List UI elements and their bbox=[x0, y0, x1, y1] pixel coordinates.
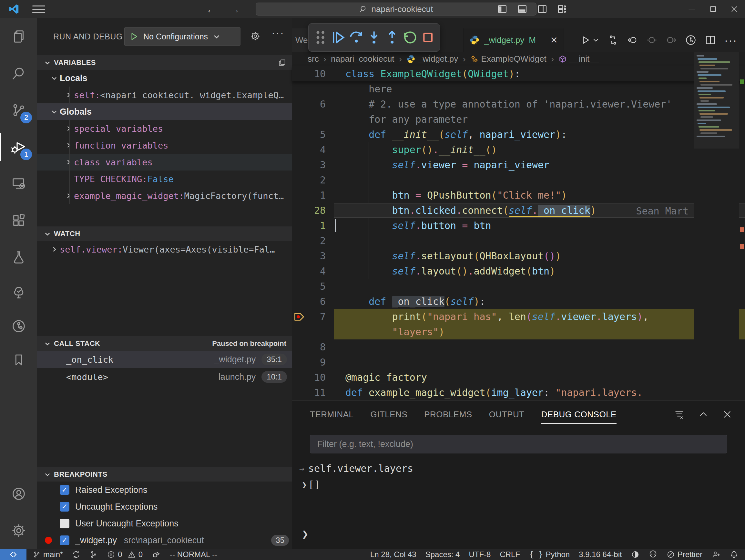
vim-mode[interactable]: -- NORMAL -- bbox=[165, 550, 222, 559]
twistie-icon[interactable] bbox=[49, 75, 60, 82]
code-line[interactable]: here bbox=[292, 82, 745, 97]
settings-gear-icon[interactable] bbox=[0, 512, 37, 549]
tab-welcome-partial[interactable]: We bbox=[292, 28, 308, 52]
prettier-item[interactable]: Prettier bbox=[662, 550, 707, 559]
breadcrumb-item---init--[interactable]: __init__ bbox=[558, 54, 599, 64]
panel-tab-output[interactable]: OUTPUT bbox=[489, 404, 524, 425]
code-line[interactable]: 8 bbox=[292, 339, 745, 354]
toggle-secondary-sidebar-icon[interactable] bbox=[537, 4, 547, 14]
forward-arrow-icon[interactable]: → bbox=[229, 3, 240, 15]
gitlens-graph-icon[interactable] bbox=[685, 34, 697, 46]
maximize-panel-icon[interactable] bbox=[699, 409, 708, 419]
code-line[interactable]: 4 super().__init__() bbox=[292, 142, 745, 157]
breadcrumb-item-napari-cookiecut[interactable]: napari_cookiecut bbox=[331, 54, 394, 64]
previous-diff-icon[interactable] bbox=[646, 35, 657, 45]
branch-item[interactable]: main* bbox=[28, 550, 67, 559]
breakpoint-checkbox[interactable] bbox=[60, 519, 69, 528]
twistie-icon[interactable] bbox=[49, 108, 60, 115]
code-editor[interactable]: here6 # 2. use a type annotation of 'nap… bbox=[292, 82, 745, 401]
twistie-icon[interactable] bbox=[63, 92, 74, 98]
testing-icon[interactable] bbox=[0, 239, 37, 276]
twistie-icon[interactable] bbox=[49, 246, 60, 253]
sync-button[interactable] bbox=[67, 550, 85, 559]
code-line[interactable]: 7 print("napari has", len(self.viewer.la… bbox=[292, 309, 745, 324]
command-center-search[interactable]: napari-cookiecut bbox=[256, 3, 537, 15]
tree-variable-row[interactable]: special variables bbox=[37, 120, 292, 137]
remote-explorer-icon[interactable] bbox=[0, 165, 37, 202]
breakpoint-row[interactable]: ✓Raised Exceptions bbox=[37, 481, 292, 498]
bookmarks-icon[interactable] bbox=[0, 343, 37, 377]
tree-variable-row[interactable]: TYPE_CHECKING: False bbox=[37, 170, 292, 187]
code-line[interactable]: "layers") bbox=[292, 324, 745, 339]
code-line[interactable]: 1 self.button = btn bbox=[292, 218, 745, 233]
close-panel-icon[interactable] bbox=[722, 409, 732, 419]
filter-icon[interactable] bbox=[674, 409, 684, 419]
notifications-item[interactable] bbox=[725, 550, 743, 559]
step-into-icon[interactable] bbox=[366, 27, 382, 48]
tree-variable-row[interactable]: class variables bbox=[37, 154, 292, 170]
code-line[interactable]: 28 btn.clicked.connect(self._on_click)Se… bbox=[292, 203, 745, 218]
back-arrow-icon[interactable]: ← bbox=[206, 3, 217, 15]
breakpoints-header[interactable]: BREAKPOINTS bbox=[37, 467, 292, 481]
console-input-echo[interactable]: → self.viewer.layers bbox=[292, 463, 712, 474]
call-stack-frame[interactable]: _on_click_widget.py35:1 bbox=[37, 351, 292, 368]
more-actions-icon[interactable]: ··· bbox=[724, 34, 737, 46]
code-line[interactable]: 3 self.setLayout(QHBoxLayout()) bbox=[292, 248, 745, 263]
code-line[interactable]: 4 self.layout().addWidget(btn) bbox=[292, 263, 745, 279]
next-diff-icon[interactable] bbox=[666, 35, 677, 45]
source-control-icon[interactable]: 2 bbox=[0, 92, 37, 128]
encoding[interactable]: UTF-8 bbox=[464, 550, 495, 559]
code-line[interactable]: 10@magic_factory bbox=[292, 370, 745, 385]
gitlens-icon[interactable] bbox=[0, 309, 37, 343]
code-line[interactable]: 1 btn = QPushButton("Click me!") bbox=[292, 188, 745, 203]
github-item[interactable] bbox=[644, 550, 662, 559]
cursor-position[interactable]: Ln 28, Col 43 bbox=[366, 550, 421, 559]
drag-grip-icon[interactable] bbox=[313, 27, 328, 48]
code-line[interactable]: for any parameter bbox=[292, 112, 745, 127]
step-out-icon[interactable] bbox=[384, 27, 400, 48]
tab-widget-py[interactable]: _widget.py M ✕ bbox=[463, 28, 564, 52]
remote-indicator[interactable] bbox=[0, 549, 27, 560]
breadcrumb-item-exampleqwidget[interactable]: ExampleQWidget bbox=[470, 54, 547, 64]
call-stack-header[interactable]: CALL STACK Paused on breakpoint bbox=[37, 336, 292, 351]
explorer-icon[interactable] bbox=[0, 18, 37, 55]
panel-tab-terminal[interactable]: TERMINAL bbox=[310, 404, 353, 425]
language-mode[interactable]: { } Python bbox=[524, 550, 574, 559]
run-python-file-button[interactable] bbox=[580, 35, 599, 45]
eol-sequence[interactable]: CRLF bbox=[495, 550, 524, 559]
tree-variable-row[interactable]: function variables bbox=[37, 137, 292, 154]
todo-tree-icon[interactable] bbox=[0, 276, 37, 309]
breakpoint-checkbox[interactable]: ✓ bbox=[60, 535, 69, 545]
debug-status[interactable] bbox=[147, 550, 165, 559]
menu-icon[interactable] bbox=[32, 5, 45, 13]
code-line[interactable]: 6 # 2. use a type annotation of 'napari.… bbox=[292, 97, 745, 112]
console-result[interactable]: ❯ [] bbox=[292, 479, 712, 490]
toggle-sidebar-icon[interactable] bbox=[497, 4, 508, 14]
scm-graph-button[interactable] bbox=[85, 550, 102, 559]
debug-config-dropdown[interactable]: No Configurations bbox=[124, 27, 240, 46]
panel-tab-gitlens[interactable]: GITLENS bbox=[370, 404, 408, 425]
gear-icon[interactable] bbox=[250, 31, 260, 41]
run-and-debug-icon[interactable]: 1 bbox=[0, 128, 37, 165]
minimize-button[interactable] bbox=[681, 0, 702, 18]
breakpoint-row[interactable]: ✓Uncaught Exceptions bbox=[37, 498, 292, 515]
indentation[interactable]: Spaces: 4 bbox=[421, 550, 464, 559]
breadcrumb[interactable]: src›napari_cookiecut›_widget.py›ExampleQ… bbox=[292, 52, 745, 66]
breakpoint-checkbox[interactable]: ✓ bbox=[60, 502, 69, 511]
code-line[interactable]: 9 bbox=[292, 354, 745, 370]
breakpoint-row[interactable]: ✓_widget.pysrc\napari_cookiecut35 bbox=[37, 532, 292, 549]
tree-variable-row[interactable]: self: <napari_cookiecut._widget.ExampleQ… bbox=[37, 87, 292, 103]
minimap[interactable] bbox=[694, 52, 739, 401]
twistie-icon[interactable] bbox=[63, 159, 74, 165]
split-editor-icon[interactable] bbox=[705, 35, 716, 45]
breadcrumb-item-src[interactable]: src bbox=[307, 54, 319, 64]
errors-warnings[interactable]: 0 0 bbox=[102, 550, 147, 559]
copy-icon[interactable] bbox=[278, 58, 286, 67]
expand-chevron-icon[interactable]: ❯ bbox=[292, 480, 308, 490]
tree-variable-row[interactable]: self.viewer: Viewer(axes=Axes(visible=Fa… bbox=[37, 241, 292, 258]
twistie-icon[interactable] bbox=[63, 125, 74, 132]
continue-icon[interactable] bbox=[330, 27, 346, 48]
extensions-icon[interactable] bbox=[0, 202, 37, 239]
maximize-button[interactable] bbox=[702, 0, 724, 18]
sticky-scroll-line[interactable]: 10class ExampleQWidget(QWidget): bbox=[292, 66, 745, 82]
